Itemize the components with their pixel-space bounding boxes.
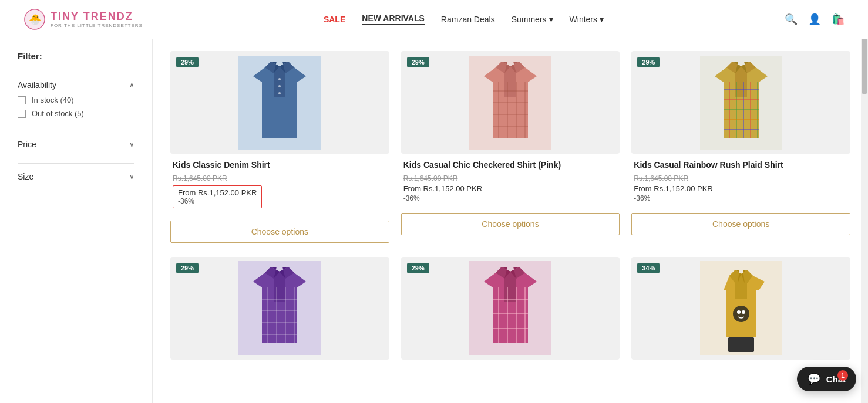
current-price-2: From Rs.1,152.00 PKR	[403, 184, 482, 193]
filter-availability-section: Availability ∧ In stock (40) Out of stoc…	[18, 72, 134, 131]
product-title-3: Kids Casual Rainbow Rush Plaid Shirt	[634, 160, 848, 171]
choose-options-button-1[interactable]: Choose options	[170, 221, 389, 243]
account-icon[interactable]: 👤	[808, 13, 821, 26]
product-title-2: Kids Casual Chic Checkered Shirt (Pink)	[403, 160, 618, 171]
discount-pct-3: -36%	[634, 194, 650, 202]
nav-winters[interactable]: Winters ▾	[570, 15, 604, 24]
filter-availability-label: Availability	[18, 80, 56, 90]
filter-price-header[interactable]: Price ∨	[18, 140, 134, 149]
chevron-down-icon: ▾	[600, 15, 604, 24]
svg-point-68	[733, 306, 749, 322]
discount-badge-6: 34%	[637, 263, 660, 273]
discount-badge-3: 29%	[637, 57, 660, 67]
product-image-1: 29%	[170, 51, 389, 154]
product-card-6: 34%	[631, 257, 850, 360]
cart-icon[interactable]: 🛍️	[832, 13, 845, 26]
chevron-down-icon: ∨	[129, 140, 134, 148]
page-wrapper: Filter: Availability ∧ In stock (40) Out…	[0, 39, 868, 403]
current-price-3: From Rs.1,152.00 PKR	[634, 184, 712, 193]
shirt-image-2	[469, 56, 551, 150]
filter-title: Filter:	[18, 51, 134, 61]
product-info-2: Kids Casual Chic Checkered Shirt (Pink) …	[401, 154, 620, 206]
shirt-image-6	[700, 261, 782, 355]
original-price-2: Rs.1,645.00 PKR	[403, 174, 618, 182]
filter-size-label: Size	[18, 172, 33, 181]
svg-point-9	[278, 92, 281, 94]
svg-rect-71	[728, 337, 754, 352]
product-card-3: 29% Kids Casual Rainbow Rush Plaid Shirt…	[631, 51, 850, 243]
in-stock-label: In stock (40)	[32, 96, 74, 104]
filter-in-stock[interactable]: In stock (40)	[18, 96, 134, 104]
chevron-down-icon: ▾	[549, 15, 553, 24]
discount-badge-2: 29%	[407, 57, 429, 67]
product-grid-bottom: 29%	[170, 257, 850, 360]
svg-text:🐣: 🐣	[29, 13, 42, 26]
sidebar: Filter: Availability ∧ In stock (40) Out…	[0, 39, 153, 403]
header-icons: 🔍 👤 🛍️	[785, 13, 845, 26]
filter-size-section: Size ∨	[18, 163, 134, 195]
shirt-image-1	[238, 56, 321, 150]
product-info-3: Kids Casual Rainbow Rush Plaid Shirt Rs.…	[631, 154, 850, 206]
out-of-stock-checkbox[interactable]	[18, 110, 26, 118]
shirt-image-5	[469, 261, 551, 355]
in-stock-checkbox[interactable]	[18, 96, 26, 104]
discount-badge-5: 29%	[407, 263, 429, 273]
product-card-2: 29% Kids Casual Chic Checkered Shirt (Pi…	[401, 51, 620, 243]
chat-badge: 1	[837, 370, 848, 381]
svg-point-7	[278, 78, 281, 80]
product-image-5: 29%	[401, 257, 620, 360]
price-row-2: From Rs.1,152.00 PKR -36%	[403, 184, 618, 202]
choose-options-button-2[interactable]: Choose options	[401, 213, 620, 235]
chevron-up-icon: ∧	[129, 81, 134, 89]
filter-out-of-stock[interactable]: Out of stock (5)	[18, 109, 134, 118]
product-image-3: 29%	[631, 51, 850, 154]
scrollbar-track	[861, 0, 868, 403]
product-image-2: 29%	[401, 51, 620, 154]
original-price-3: Rs.1,645.00 PKR	[634, 174, 848, 182]
product-image-6: 34%	[631, 257, 850, 360]
shirt-image-3	[700, 56, 782, 150]
svg-point-70	[742, 310, 745, 314]
discount-pct-2: -36%	[403, 194, 420, 202]
svg-point-69	[737, 310, 741, 314]
main-nav: SALE NEW ARRIVALS Ramzan Deals Summers ▾…	[324, 13, 604, 25]
price-row-3: From Rs.1,152.00 PKR -36%	[634, 184, 848, 202]
search-icon[interactable]: 🔍	[785, 13, 798, 26]
original-price-1: Rs.1,645.00 PKR	[173, 174, 387, 182]
shirt-image-4	[238, 261, 321, 355]
filter-price-section: Price ∨	[18, 131, 134, 163]
product-card-5: 29%	[401, 257, 620, 360]
svg-point-8	[278, 85, 281, 87]
product-grid: 29% Kids Classic Denim Shirt Rs.1,645.00…	[170, 51, 850, 243]
current-price-1: From Rs.1,152.00 PKR	[178, 188, 257, 197]
chat-bubble-icon: 💬	[808, 372, 820, 385]
nav-new-arrivals[interactable]: NEW ARRIVALS	[362, 13, 425, 25]
price-highlighted-1: From Rs.1,152.00 PKR -36%	[173, 185, 262, 208]
filter-size-header[interactable]: Size ∨	[18, 172, 134, 181]
chat-widget[interactable]: 💬 Chat 1	[797, 367, 856, 391]
main-content: 29% Kids Classic Denim Shirt Rs.1,645.00…	[153, 39, 868, 403]
discount-badge-4: 29%	[176, 263, 199, 273]
chevron-down-icon: ∨	[129, 172, 134, 181]
product-image-4: 29%	[170, 257, 389, 360]
out-of-stock-label: Out of stock (5)	[32, 109, 84, 118]
nav-summers[interactable]: Summers ▾	[512, 15, 553, 24]
filter-price-label: Price	[18, 140, 36, 149]
discount-pct-1: -36%	[178, 197, 257, 205]
header: 🐣 TINY TRENDZ FOR THE LITTLE TRENDSETTER…	[0, 0, 868, 39]
nav-ramzan-deals[interactable]: Ramzan Deals	[441, 15, 495, 24]
product-card-1: 29% Kids Classic Denim Shirt Rs.1,645.00…	[170, 51, 389, 243]
discount-badge-1: 29%	[176, 57, 199, 67]
logo[interactable]: 🐣 TINY TRENDZ FOR THE LITTLE TRENDSETTER…	[23, 8, 143, 31]
logo-icon: 🐣	[23, 8, 46, 31]
choose-options-button-3[interactable]: Choose options	[631, 213, 850, 235]
logo-text-main: TINY TRENDZ	[51, 11, 133, 22]
product-card-4: 29%	[170, 257, 389, 360]
nav-sale[interactable]: SALE	[324, 15, 345, 24]
product-title-1: Kids Classic Denim Shirt	[173, 160, 387, 171]
product-info-1: Kids Classic Denim Shirt Rs.1,645.00 PKR…	[170, 154, 389, 214]
filter-availability-header[interactable]: Availability ∧	[18, 80, 134, 90]
logo-text-sub: FOR THE LITTLE TRENDSETTERS	[51, 23, 143, 28]
